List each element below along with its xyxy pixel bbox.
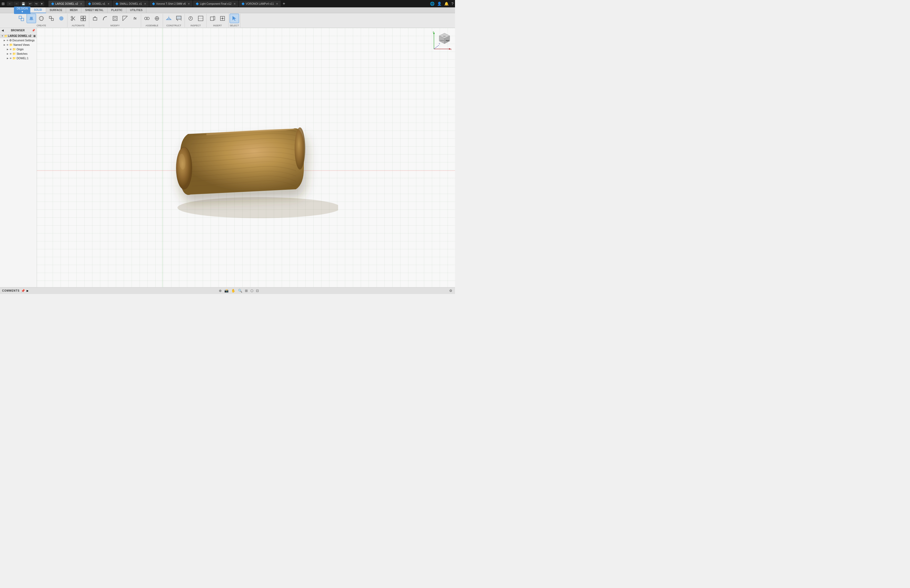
modify-fx-button[interactable]: fx <box>130 14 140 23</box>
origin-expand-icon[interactable]: ▶ <box>6 48 9 51</box>
construct-plane-button[interactable] <box>164 14 173 23</box>
more-button[interactable]: ▾ <box>39 2 44 6</box>
tab-close-voronoi-lamp[interactable]: ✕ <box>276 2 278 5</box>
tab-close-large-dowel[interactable]: ✕ <box>80 2 82 5</box>
assemble-label: ASSEMBLE <box>145 24 158 27</box>
named-views-expand-icon[interactable]: ▶ <box>3 44 6 46</box>
display-icon[interactable]: ⬡ <box>250 288 254 293</box>
help-icon[interactable]: ? <box>451 2 453 6</box>
doc-settings-eye-icon[interactable]: 👁 <box>6 39 9 42</box>
create-sphere-button[interactable] <box>57 14 66 23</box>
create-revolve-button[interactable] <box>37 14 46 23</box>
modify-label: MODIFY <box>111 24 120 27</box>
grid-options-icon[interactable]: ⊡ <box>255 288 259 293</box>
browser-pin-icon[interactable]: 📌 <box>32 29 35 32</box>
modify-press-pull-button[interactable] <box>91 14 100 23</box>
insert-svg-button[interactable] <box>208 14 217 23</box>
inspect-section-button[interactable] <box>196 14 205 23</box>
settings-icon[interactable]: ⚙ <box>449 288 453 293</box>
tab-close-small-dowel[interactable]: ✕ <box>144 2 146 5</box>
comments-pin-icon[interactable]: 📌 <box>21 289 25 293</box>
mode-tab-solid[interactable]: SOLID <box>30 7 46 13</box>
forward-button[interactable]: → <box>13 2 19 6</box>
comments-collapse-icon[interactable]: ▶ <box>27 289 29 292</box>
mode-tab-mesh[interactable]: MESH <box>66 7 81 13</box>
tab-voronoi-tshirt[interactable]: 🔷 Voronoi T-Shirt 2.5MM v6 ✕ <box>149 0 193 7</box>
tree-sketches[interactable]: ▶ 👁 📁 Sketches <box>0 52 37 56</box>
doc-settings-expand-icon[interactable]: ▶ <box>3 39 6 42</box>
svg-rect-3 <box>30 17 33 19</box>
globe-icon[interactable]: 🌐 <box>430 2 435 6</box>
tab-large-dowel[interactable]: 🔷 LARGE DOWEL v2 ✕ <box>48 0 85 7</box>
select-button[interactable] <box>230 14 239 23</box>
toolbar: CREATE AUTOMATE <box>0 13 455 28</box>
tree-origin[interactable]: ▶ 👁 📁 Origin <box>0 47 37 52</box>
named-views-eye-icon[interactable]: 👁 <box>6 44 9 46</box>
tab-dowel-v1[interactable]: 🔷 DOWEL v1 ✕ <box>85 0 112 7</box>
orbit-icon[interactable]: ✋ <box>231 288 236 293</box>
mode-tab-plastic[interactable]: PLASTIC <box>107 7 126 13</box>
mode-tab-utilities[interactable]: UTILITIES <box>126 7 146 13</box>
bell-icon[interactable]: 🔔 <box>444 2 449 6</box>
create-sweep-button[interactable] <box>47 14 56 23</box>
mode-tab-surface[interactable]: SURFACE <box>46 7 66 13</box>
titlebar-right: 🌐 👤 🔔 ? <box>430 2 453 6</box>
svg-rect-16 <box>81 19 83 21</box>
modify-scale-button[interactable] <box>120 14 130 23</box>
inspect-measure-button[interactable] <box>186 14 196 23</box>
design-mode-button[interactable]: DESIGN ▾ <box>14 6 30 14</box>
svg-text:FRONT: FRONT <box>440 40 444 41</box>
back-button[interactable]: ← <box>7 2 13 6</box>
automate-grid-button[interactable] <box>78 14 88 23</box>
snap-icon[interactable]: ⊕ <box>218 288 222 293</box>
dowel1-eye-icon[interactable]: 👁 <box>10 57 12 60</box>
create-extrude-button[interactable] <box>27 14 36 23</box>
tab-close-light-component[interactable]: ✕ <box>234 2 236 5</box>
insert-label: INSERT <box>213 24 222 27</box>
origin-folder-icon: 📁 <box>12 48 16 51</box>
app-grid-icon[interactable]: ⊞ <box>2 2 5 6</box>
assemble-motion-button[interactable] <box>152 14 162 23</box>
create-new-component-button[interactable] <box>16 14 26 23</box>
profile-icon[interactable]: 👤 <box>437 2 441 6</box>
modify-fillet-button[interactable] <box>100 14 110 23</box>
browser-collapse-icon[interactable]: ◀ <box>2 29 4 32</box>
redo-button[interactable]: ↪ <box>34 2 39 6</box>
dowel-3d-model[interactable] <box>154 94 338 226</box>
tab-close-dowel-v1[interactable]: ✕ <box>107 2 110 5</box>
root-label: LARGE DOWEL v2 <box>8 34 32 37</box>
add-tab-button[interactable]: + <box>281 1 287 6</box>
tab-voronoi-lamp[interactable]: 🔷 VORONOI LAMPv4 v11 ✕ <box>239 0 281 7</box>
sketches-expand-icon[interactable]: ▶ <box>6 53 9 55</box>
dowel1-expand-icon[interactable]: ▶ <box>6 57 9 60</box>
tree-named-views[interactable]: ▶ 👁 📁 Named Views <box>0 43 37 47</box>
view-options-icon[interactable]: ⊞ <box>244 288 248 293</box>
root-expand-icon[interactable]: ▼ <box>1 35 4 37</box>
undo-button[interactable]: ↩ <box>27 2 33 6</box>
assemble-joint-button[interactable] <box>142 14 152 23</box>
insert-mesh-button[interactable] <box>218 14 227 23</box>
toolbar-inspect-icons <box>186 14 205 23</box>
tab-small-dowel[interactable]: 🔷 SMALL DOWEL v1 ✕ <box>113 0 149 7</box>
zoom-icon[interactable]: 🔍 <box>238 288 243 293</box>
tab-label-voronoi-lamp: VORONOI LAMPv4 v11 <box>246 2 274 5</box>
modify-shell-button[interactable] <box>110 14 120 23</box>
titlebar: ⊞ ← → 💾 ↩ ↪ ▾ 🔷 LARGE DOWEL v2 ✕ 🔷 DOWEL… <box>0 0 455 7</box>
viewcube[interactable]: TOP FRONT Right Z X Y <box>431 31 453 52</box>
tab-light-component[interactable]: 🔷 Light Component Final v12 ✕ <box>193 0 238 7</box>
sketches-eye-icon[interactable]: 👁 <box>10 53 12 55</box>
tree-dowel-1[interactable]: ▶ 👁 📁 DOWEL:1 <box>0 56 37 61</box>
capture-icon[interactable]: 📸 <box>224 288 229 293</box>
viewport[interactable]: TOP FRONT Right Z X Y <box>37 28 455 287</box>
construct-axis-button[interactable] <box>174 14 184 23</box>
automate-cut-button[interactable] <box>68 14 78 23</box>
dowel-shadow <box>178 197 338 218</box>
tree-root-item[interactable]: ▼ 📁 LARGE DOWEL v2 <box>0 34 37 38</box>
tab-close-voronoi-tshirt[interactable]: ✕ <box>188 2 190 5</box>
mode-tab-sheet-metal[interactable]: SHEET METAL <box>81 7 107 13</box>
save-button[interactable]: 💾 <box>20 2 27 6</box>
svg-rect-18 <box>93 18 97 20</box>
tree-document-settings[interactable]: ▶ 👁 ⚙ Document Settings <box>0 38 37 43</box>
origin-eye-icon[interactable]: 👁 <box>10 48 12 51</box>
svg-text:Z: Z <box>433 31 434 33</box>
